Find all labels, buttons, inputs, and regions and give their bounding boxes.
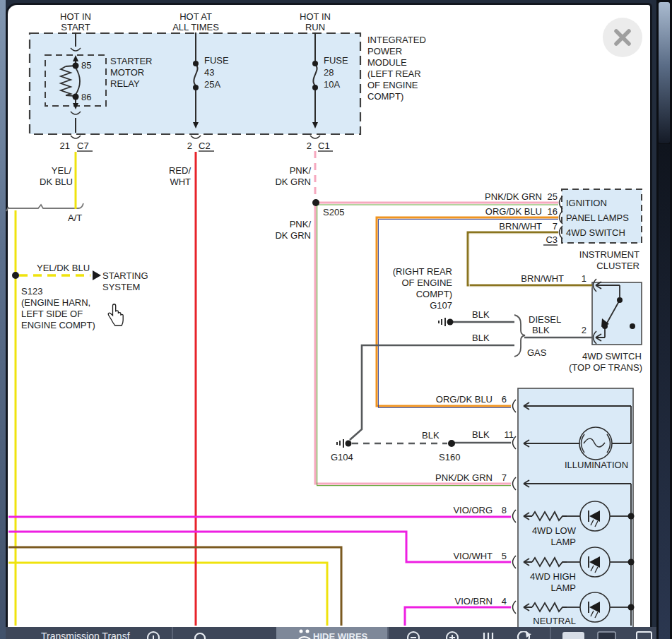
- lamp-4wd-high-label: 4WD HIGH: [530, 571, 576, 582]
- svg-text:LEFT SIDE OF: LEFT SIDE OF: [21, 309, 83, 319]
- fuse-28: FUSE: [324, 55, 348, 66]
- wire-label-pnk-upper: PNK/: [290, 165, 312, 176]
- connector-c2-link[interactable]: C2: [199, 141, 211, 151]
- blk-diesel-label: BLK: [472, 309, 490, 320]
- svg-text:DK GRN: DK GRN: [275, 177, 311, 187]
- cluster-wire-7: BRN/WHT: [499, 221, 542, 232]
- scrollbar: [656, 0, 672, 639]
- cluster-row-4wd-switch: 4WD SWITCH: [566, 227, 625, 238]
- cluster-row-panel-lamps: PANEL LAMPS: [566, 213, 629, 223]
- svg-text:(TOP OF TRANS): (TOP OF TRANS): [569, 362, 642, 373]
- header-hot-in-run: HOT IN: [300, 11, 331, 22]
- svg-text:6: 6: [502, 394, 507, 405]
- pin5-wire: VIO/WHT: [453, 551, 493, 561]
- svg-text:START: START: [61, 22, 90, 32]
- 4wd-switch-label: 4WD SWITCH: [582, 351, 642, 362]
- pin-2b: 2: [307, 141, 312, 151]
- hide-wires-button[interactable]: HIDE WIRES: [276, 627, 387, 639]
- relay-pin-85: 85: [81, 60, 91, 71]
- toolbar-separator: [387, 627, 389, 639]
- svg-text:ENGINE COMPT): ENGINE COMPT): [21, 320, 95, 330]
- svg-text:POWER: POWER: [367, 46, 402, 56]
- panel-icon[interactable]: [597, 631, 617, 639]
- wire-label-yel: YEL/: [52, 165, 72, 176]
- toolbar-separator: [550, 627, 551, 639]
- zoom-in-icon[interactable]: [444, 631, 460, 639]
- close-button[interactable]: [603, 18, 642, 57]
- header-hot-in-start: HOT IN: [60, 11, 91, 22]
- svg-text:7: 7: [502, 472, 507, 483]
- svg-text:G107: G107: [430, 300, 452, 311]
- svg-text:4: 4: [502, 596, 507, 607]
- starting-wire-label: YEL/DK BLU: [37, 263, 90, 273]
- wire-pnk-to-pin7: [315, 203, 511, 484]
- diesel-label: DIESEL: [529, 314, 561, 325]
- connector-c7-link[interactable]: C7: [77, 141, 89, 151]
- info-icon[interactable]: [146, 631, 161, 639]
- svg-text:CLUSTER: CLUSTER: [596, 261, 639, 271]
- wire-brown: [8, 547, 341, 626]
- blk-dashed-label: BLK: [422, 430, 440, 441]
- toolbar-separator: [172, 627, 173, 639]
- ipm-label: INTEGRATED: [367, 35, 426, 45]
- pin8-wire: VIO/ORG: [453, 505, 493, 515]
- svg-text:25: 25: [548, 191, 558, 202]
- window-edge-strip: [0, 0, 6, 639]
- svg-text:LAMP: LAMP: [551, 583, 576, 593]
- sliders-icon[interactable]: [481, 631, 496, 639]
- svg-text:10A: 10A: [324, 79, 340, 90]
- svg-text:OF ENGINE: OF ENGINE: [401, 277, 452, 288]
- svg-text:COMPT): COMPT): [416, 289, 452, 299]
- gas-label: GAS: [527, 347, 547, 358]
- zoom-out-icon[interactable]: [406, 631, 421, 639]
- wiring-diagram: HOT IN START HOT AT ALL TIMES HOT IN RUN…: [0, 0, 672, 639]
- wire-label-red: RED/: [169, 165, 191, 176]
- close-icon: [603, 18, 642, 57]
- window-icon[interactable]: [635, 631, 654, 639]
- svg-text:5: 5: [502, 551, 507, 561]
- svg-text:SYSTEM: SYSTEM: [102, 282, 140, 292]
- rotate-icon[interactable]: [516, 631, 533, 639]
- hide-wires-icon: [296, 629, 313, 639]
- cluster-wire-16: ORG/DK BLU: [485, 206, 542, 217]
- svg-text:MOTOR: MOTOR: [110, 67, 144, 78]
- svg-text:DK GRN: DK GRN: [275, 230, 311, 241]
- scrollbar-thumb[interactable]: [659, 2, 670, 143]
- svg-text:2: 2: [582, 325, 586, 335]
- lamp-neutral-label: NEUTRAL: [533, 616, 576, 626]
- pin-2a: 2: [187, 141, 192, 151]
- header-hot-at-all-times: HOT AT: [179, 11, 212, 22]
- scrollbar-track[interactable]: [659, 144, 670, 639]
- svg-text:25A: 25A: [204, 79, 220, 90]
- svg-text:7: 7: [553, 221, 558, 232]
- svg-text:43: 43: [204, 67, 214, 78]
- svg-text:ALL TIMES: ALL TIMES: [172, 22, 219, 32]
- at-label: A/T: [68, 213, 82, 223]
- connector-c1-link[interactable]: C1: [318, 141, 330, 151]
- cursor-pointer-icon: [108, 304, 123, 326]
- display-icon[interactable]: [562, 631, 586, 639]
- switch-pin1-wire: BRN/WHT: [521, 273, 564, 284]
- toolbar-title[interactable]: Transmission Transf: [41, 631, 130, 639]
- wire-vio-brn: [405, 607, 511, 626]
- cluster-row-ignition: IGNITION: [566, 198, 607, 208]
- connector-c3-link[interactable]: C3: [546, 234, 558, 245]
- svg-text:RUN: RUN: [305, 22, 325, 32]
- search-icon[interactable]: [192, 631, 209, 639]
- blk-gas-label: BLK: [472, 333, 490, 343]
- svg-text:COMPT): COMPT): [367, 91, 403, 102]
- splice-s123: S123: [21, 286, 42, 297]
- cluster-wire-25: PNK/DK GRN: [485, 191, 542, 202]
- fuse-43: FUSE: [204, 55, 229, 66]
- g104-label: G104: [331, 452, 353, 462]
- splice-s160: S160: [439, 452, 460, 462]
- svg-text:RELAY: RELAY: [110, 78, 140, 89]
- svg-text:1: 1: [582, 273, 586, 284]
- pin4-wire: VIO/BRN: [455, 596, 493, 607]
- pin-21: 21: [60, 141, 70, 151]
- pin7-wire: PNK/DK GRN: [435, 472, 493, 483]
- viewer-stage: HOT IN START HOT AT ALL TIMES HOT IN RUN…: [0, 0, 672, 639]
- svg-text:DK BLU: DK BLU: [40, 177, 73, 187]
- wire-yel-horizontal: [8, 563, 327, 626]
- switch-pin2-wire: BLK: [532, 325, 550, 335]
